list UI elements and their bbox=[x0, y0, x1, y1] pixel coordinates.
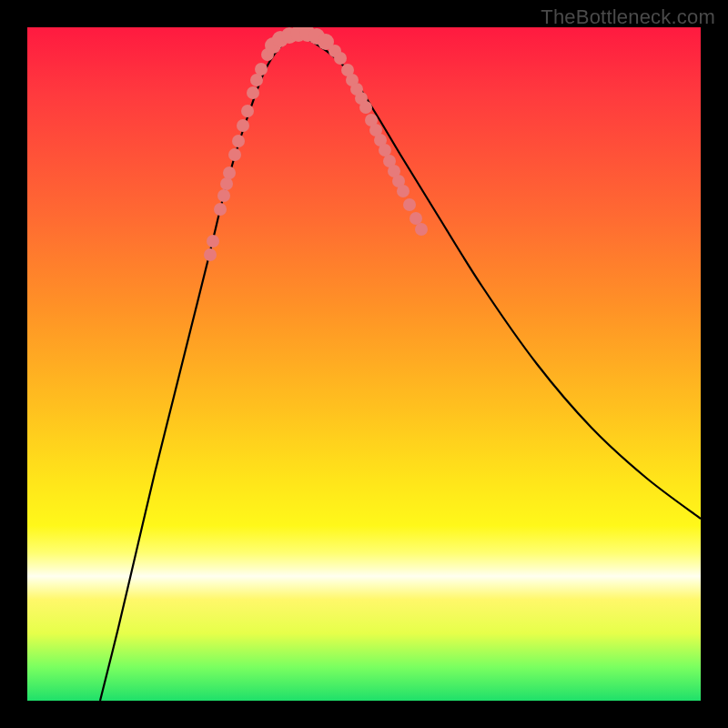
highlight-dot bbox=[397, 185, 410, 197]
highlight-dot bbox=[250, 74, 263, 86]
highlight-dot bbox=[237, 119, 249, 132]
v-curve-line bbox=[100, 36, 701, 701]
chart-svg bbox=[27, 27, 701, 701]
highlight-dot bbox=[228, 148, 241, 161]
highlight-dot bbox=[241, 105, 254, 117]
highlight-dot bbox=[334, 52, 347, 65]
v-curve-path bbox=[100, 36, 701, 701]
highlight-dot bbox=[220, 177, 233, 190]
highlight-dot bbox=[214, 203, 227, 216]
highlight-dot bbox=[255, 63, 268, 76]
highlight-dot bbox=[223, 167, 236, 179]
highlight-dot bbox=[232, 135, 245, 147]
highlight-dot bbox=[247, 86, 259, 99]
chart-frame: TheBottleneck.com bbox=[0, 0, 728, 728]
highlight-dot bbox=[204, 248, 217, 261]
plot-area bbox=[27, 27, 701, 701]
highlight-dot bbox=[207, 235, 219, 248]
highlight-dot bbox=[359, 101, 372, 114]
watermark-text: TheBottleneck.com bbox=[541, 5, 715, 29]
highlight-dot bbox=[217, 189, 230, 202]
highlight-dot bbox=[403, 198, 416, 211]
highlight-dot bbox=[379, 144, 391, 157]
highlight-dot bbox=[410, 212, 422, 225]
highlight-dot bbox=[415, 223, 428, 236]
